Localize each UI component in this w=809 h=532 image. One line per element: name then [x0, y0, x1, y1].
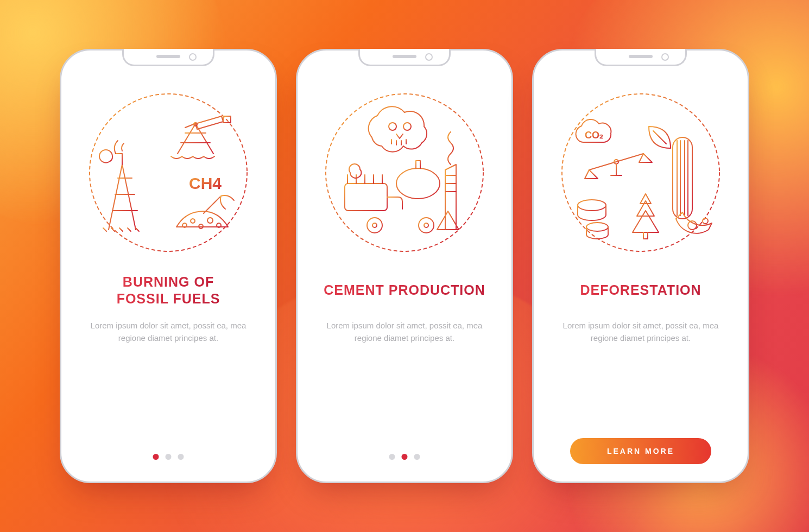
onboarding-stage: CH4 BURNING OF FOSSIL FUELS Lorem ipsum … — [0, 0, 809, 532]
svg-point-3 — [389, 123, 396, 130]
svg-rect-5 — [345, 183, 387, 211]
svg-point-4 — [403, 123, 411, 130]
page-dot[interactable] — [166, 454, 172, 460]
svg-point-8 — [419, 218, 434, 233]
svg-point-2 — [326, 94, 483, 251]
phone-notch — [358, 49, 451, 66]
svg-point-9 — [424, 223, 428, 227]
svg-point-16 — [703, 218, 708, 224]
page-dot[interactable] — [178, 454, 184, 460]
deforestation-illustration: CO₂ — [557, 88, 725, 257]
page-dot[interactable] — [153, 454, 159, 460]
phone-notch — [595, 49, 687, 66]
page-dots — [389, 454, 420, 460]
phone-mockup: CH4 BURNING OF FOSSIL FUELS Lorem ipsum … — [60, 49, 277, 483]
screen-body: Lorem ipsum dolor sit amet, possit ea, m… — [323, 320, 486, 344]
phone-notch — [122, 49, 214, 66]
ch4-label: CH4 — [189, 174, 222, 192]
page-dot[interactable] — [402, 454, 408, 460]
learn-more-button[interactable]: LEARN MORE — [570, 438, 711, 464]
page-dot[interactable] — [414, 454, 420, 460]
svg-point-7 — [372, 223, 377, 227]
page-dot[interactable] — [389, 454, 395, 460]
screen-body: Lorem ipsum dolor sit amet, possit ea, m… — [559, 320, 722, 344]
svg-point-12 — [578, 200, 606, 211]
phone-mockup: CEMENT PRODUCTION Lorem ipsum dolor sit … — [296, 49, 513, 483]
svg-point-13 — [586, 223, 608, 231]
screen-title: CEMENT PRODUCTION — [324, 273, 485, 308]
screen-body: Lorem ipsum dolor sit amet, possit ea, m… — [87, 320, 250, 344]
co2-label: CO₂ — [585, 130, 603, 141]
cement-production-illustration — [320, 88, 489, 257]
screen-title: BURNING OF FOSSIL FUELS — [117, 273, 220, 308]
fossil-fuels-illustration: CH4 — [84, 88, 252, 257]
page-dots — [153, 454, 184, 460]
svg-rect-14 — [673, 137, 692, 219]
svg-point-6 — [367, 218, 382, 233]
phone-mockup: CO₂ — [532, 49, 749, 483]
screen-title: DEFORESTATION — [580, 273, 701, 308]
